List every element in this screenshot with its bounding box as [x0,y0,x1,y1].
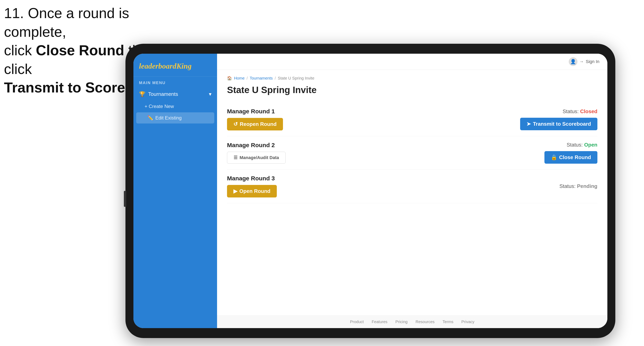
edit-existing-item[interactable]: ✏️ Edit Existing [136,112,214,124]
open-round-icon: ▶ [234,188,237,194]
footer: Product Features Pricing Resources Terms… [217,315,607,328]
round-2-section: Manage Round 2 ☰ Manage/Audit Data Statu… [227,136,598,170]
round-1-section: Manage Round 1 ↺ Reopen Round Status: Cl… [227,102,598,136]
audit-icon: ☰ [234,155,238,160]
reopen-icon: ↺ [234,121,238,127]
edit-icon: ✏️ [147,115,153,121]
main-menu-label: MAIN MENU [134,81,217,87]
sign-in-label: Sign In [586,59,600,64]
round-3-title: Manage Round 3 [227,175,277,182]
tablet-screen: leaderboardKing MAIN MENU 🏆 Tournaments … [134,54,607,328]
trophy-icon: 🏆 [139,91,145,97]
page-content: 🏠 Home / Tournaments / State U Spring In… [217,70,607,315]
footer-resources[interactable]: Resources [416,320,435,324]
footer-privacy[interactable]: Privacy [462,320,474,324]
sign-in-icon: → [580,59,584,64]
main-content: 👤 → Sign In 🏠 Home / Tournaments / State [217,54,607,328]
round-3-status-value: Pending [577,183,598,189]
round-2-status-value: Open [584,142,598,148]
transmit-icon: ➤ [526,121,531,127]
sidebar-item-tournaments[interactable]: 🏆 Tournaments ▾ [134,87,217,101]
round-1-title: Manage Round 1 [227,108,283,115]
tablet-device: leaderboardKing MAIN MENU 🏆 Tournaments … [126,44,615,338]
footer-pricing[interactable]: Pricing [396,320,408,324]
footer-features[interactable]: Features [372,320,388,324]
open-round-button[interactable]: ▶ Open Round [227,185,277,197]
chevron-down-icon: ▾ [209,91,212,97]
manage-audit-data-button[interactable]: ☰ Manage/Audit Data [227,152,286,164]
reopen-round-button[interactable]: ↺ Reopen Round [227,118,283,131]
round-1-status: Status: Closed [562,108,598,115]
avatar: 👤 [569,57,578,66]
transmit-to-scoreboard-button[interactable]: ➤ Transmit to Scoreboard [520,118,598,130]
round-2-title: Manage Round 2 [227,142,286,149]
logo: leaderboardKing [139,62,212,70]
breadcrumb-current: State U Spring Invite [278,76,314,81]
instruction-line1: 11. Once a round is complete, [4,5,129,40]
app-container: leaderboardKing MAIN MENU 🏆 Tournaments … [134,54,607,328]
logo-bold: King [176,62,192,70]
tournaments-label: Tournaments [148,91,178,97]
round-3-section: Manage Round 3 ▶ Open Round Status: Pend… [227,170,598,203]
create-new-item[interactable]: + Create New [134,101,217,112]
close-round-button[interactable]: 🔒 Close Round [544,151,598,164]
page-title: State U Spring Invite [227,85,598,95]
logo-pre: leaderboard [139,62,176,70]
close-round-icon: 🔒 [551,154,557,161]
breadcrumb-tournaments[interactable]: Tournaments [250,76,273,81]
round-3-status: Status: Pending [559,183,598,189]
header-bar: 👤 → Sign In [217,54,607,70]
breadcrumb-home-icon: 🏠 [227,76,232,81]
footer-product[interactable]: Product [350,320,364,324]
sidebar: leaderboardKing MAIN MENU 🏆 Tournaments … [134,54,217,328]
breadcrumb: 🏠 Home / Tournaments / State U Spring In… [227,76,598,81]
breadcrumb-home[interactable]: Home [234,76,244,81]
logo-area: leaderboardKing [134,58,217,77]
sign-in-button[interactable]: 👤 → Sign In [569,57,600,66]
round-2-status: Status: Open [566,142,598,148]
footer-terms[interactable]: Terms [442,320,453,324]
tablet-side-button [124,191,126,207]
round-1-status-value: Closed [580,108,598,114]
